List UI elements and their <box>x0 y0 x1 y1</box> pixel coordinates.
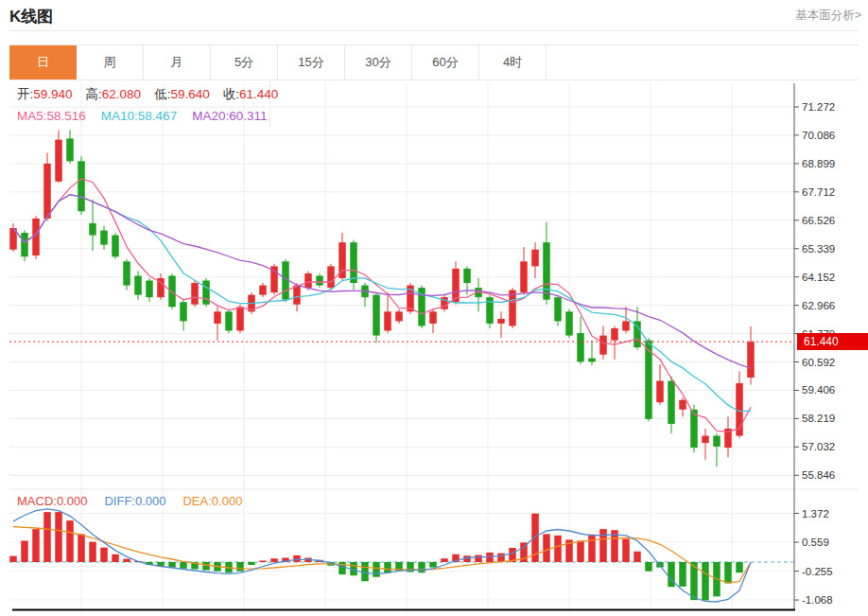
y-axis-label: 58.219 <box>802 413 835 424</box>
macd-bar-down <box>202 562 210 571</box>
macd-bar-up <box>78 534 85 562</box>
macd-bar-down <box>236 562 244 572</box>
candle-down <box>373 295 380 336</box>
y-axis-label: 55.846 <box>802 469 835 481</box>
candle-up <box>679 400 686 410</box>
y-axis-label: -0.255 <box>802 566 833 577</box>
y-axis-label: -1.068 <box>802 594 833 606</box>
candle-down <box>180 302 187 321</box>
ma-row: MA5:58.516MA10:58.467MA20:60.311 <box>17 106 282 127</box>
candle-down <box>350 242 357 283</box>
candle-up <box>599 336 607 355</box>
macd-bar-up <box>599 529 607 562</box>
macd-bar-up <box>259 561 267 563</box>
ohlc-close: 收:61.440 <box>223 87 279 101</box>
macd-bar-down <box>702 562 709 601</box>
dea-value: DEA:0.000 <box>182 494 242 508</box>
candle-up <box>293 286 301 305</box>
ma5-value: MA5:58.516 <box>17 109 86 123</box>
y-axis-label: 66.526 <box>802 215 835 226</box>
y-axis-label: 65.339 <box>802 243 835 255</box>
macd-bar-down <box>248 562 255 565</box>
macd-bar-down <box>736 562 743 572</box>
ma10-line <box>13 195 751 412</box>
candle-down <box>543 242 550 300</box>
candle-up <box>509 290 516 326</box>
macd-bar-up <box>543 534 550 562</box>
macd-bar-up <box>89 542 96 562</box>
macd-bar-down <box>373 562 380 577</box>
candle-down <box>577 333 584 361</box>
candle-up <box>747 342 755 378</box>
candle-down <box>123 261 130 285</box>
ohlc-open: 开:59.940 <box>17 87 73 101</box>
macd-bar-up <box>588 535 596 562</box>
macd-bar-up <box>55 512 62 562</box>
macd-bar-up <box>32 529 40 562</box>
candle-up <box>259 286 267 295</box>
main-chart[interactable]: 71.27270.08668.89967.71266.52665.33964.1… <box>9 83 835 609</box>
y-axis-label: 59.406 <box>802 384 835 396</box>
candle-up <box>702 436 709 444</box>
macd-bar-up <box>112 554 119 562</box>
candle-up <box>32 219 40 255</box>
candle-down <box>316 275 323 285</box>
candle-up <box>304 273 312 288</box>
candle-down <box>634 321 641 347</box>
kline-module: K线图 基本面分析> 日周月5分15分30分60分4时 开:59.940高:62… <box>0 0 868 616</box>
macd-bar-up <box>554 536 562 562</box>
candle-down <box>225 311 233 330</box>
y-axis-label: 1.372 <box>802 508 829 519</box>
candle-down <box>21 233 28 256</box>
y-axis-label: 68.899 <box>802 158 835 169</box>
candle-up <box>497 319 505 324</box>
candle-down <box>565 311 573 335</box>
macd-bar-up <box>66 520 74 562</box>
macd-bar-up <box>634 552 641 562</box>
candle-up <box>236 307 244 330</box>
candle-up <box>429 311 437 324</box>
macd-bar-down <box>668 562 675 587</box>
candle-down <box>89 223 96 236</box>
macd-bar-up <box>123 559 130 562</box>
macd-bar-down <box>645 562 652 572</box>
macd-bar-up <box>43 512 51 562</box>
candle-down <box>554 297 562 321</box>
current-price-badge: 61.440 <box>797 333 868 350</box>
macd-bar-up <box>21 541 28 563</box>
macd-bar-down <box>384 562 391 572</box>
candle-up <box>43 164 51 219</box>
y-axis-label: 60.592 <box>802 357 835 368</box>
candle-up <box>452 269 460 302</box>
candle-down <box>668 381 675 424</box>
candle-down <box>168 275 176 307</box>
macd-legend: MACD:0.000DIFF:0.000DEA:0.000 <box>17 492 259 511</box>
y-axis-label: 64.152 <box>802 272 835 283</box>
candle-down <box>100 231 108 245</box>
macd-bar-up <box>9 556 17 562</box>
y-axis-label: 0.559 <box>802 537 829 548</box>
candle-up <box>656 381 664 403</box>
ohlc-row: 开:59.940高:62.080低:59.640收:61.440 <box>17 84 291 105</box>
candle-down <box>463 269 471 283</box>
candle-up <box>611 328 618 341</box>
ohlc-high: 高:62.080 <box>86 87 142 101</box>
candle-up <box>191 283 199 305</box>
candle-down <box>134 275 142 294</box>
candle-up <box>531 250 539 267</box>
candle-up <box>327 266 335 288</box>
macd-bar-up <box>293 555 301 562</box>
macd-bar-up <box>475 555 482 563</box>
macd-bar-up <box>100 548 108 562</box>
macd-bar-up <box>622 539 630 562</box>
macd-bar-up <box>577 541 584 563</box>
ma10-value: MA10:58.467 <box>101 109 177 123</box>
macd-bar-down <box>418 562 425 572</box>
candle-down <box>146 281 153 298</box>
macd-value: MACD:0.000 <box>17 494 87 508</box>
candle-up <box>214 311 221 324</box>
y-axis-label: 67.712 <box>802 186 835 198</box>
y-axis-label: 62.966 <box>802 300 835 311</box>
candle-up <box>384 311 391 330</box>
macd-bar-down <box>679 562 686 587</box>
